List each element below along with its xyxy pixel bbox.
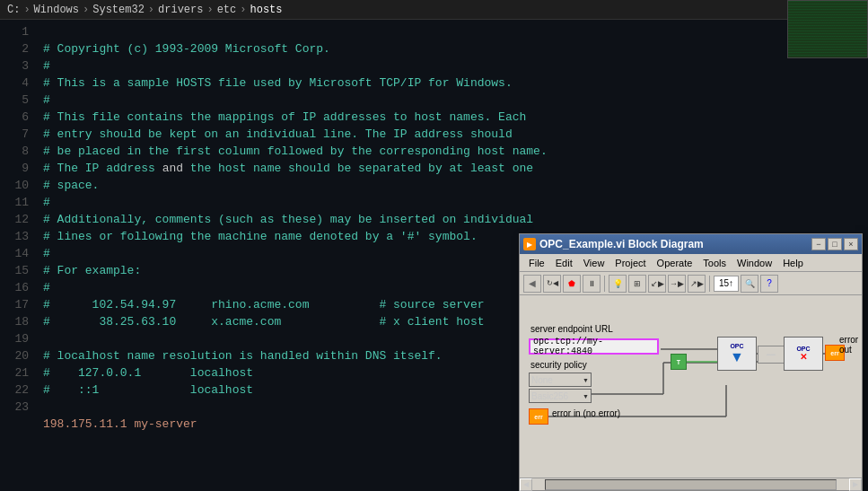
- step-out-button[interactable]: ↗▶: [688, 275, 706, 293]
- thumbnail: [787, 0, 868, 58]
- zoom-level: 15↑: [714, 276, 739, 292]
- opc-node-1: OPC ▼: [717, 337, 757, 371]
- green-constant: T: [671, 354, 687, 370]
- opc-node-2-icons: ✕: [800, 352, 807, 362]
- dropdown-basic256-value: Basic256: [531, 391, 568, 401]
- dropdown-none-value: None: [531, 375, 553, 385]
- highlight-button[interactable]: 💡: [609, 275, 627, 293]
- security-policy-dropdown-none[interactable]: None: [529, 373, 592, 387]
- run-button[interactable]: ◀: [523, 275, 541, 293]
- toolbar-sep2: [709, 276, 710, 292]
- scroll-track-h[interactable]: [545, 479, 837, 490]
- retain-wire-button[interactable]: ⊞: [628, 275, 646, 293]
- step-over-button[interactable]: →▶: [668, 275, 686, 293]
- lv-minimize-button[interactable]: −: [811, 238, 826, 250]
- menu-edit[interactable]: Edit: [550, 257, 578, 269]
- breadcrumb-current: hosts: [250, 4, 282, 16]
- step-into-button[interactable]: ↙▶: [648, 275, 666, 293]
- security-policy-label: security policy: [530, 360, 587, 370]
- lv-app-icon: [523, 238, 536, 250]
- opc-node-2: OPC ✕: [784, 337, 823, 371]
- scroll-right-button[interactable]: ▶: [849, 478, 862, 491]
- opc-node-2-top: OPC: [796, 346, 810, 352]
- lv-titlebar-left: OPC_Example.vi Block Diagram: [523, 238, 704, 250]
- menu-window[interactable]: Window: [732, 257, 777, 269]
- lv-scrollbar-h[interactable]: ◀ ▶: [520, 478, 862, 490]
- url-input[interactable]: opc.tcp://my-server:4840: [529, 338, 659, 355]
- search-button[interactable]: 🔍: [741, 275, 758, 293]
- lv-menubar: File Edit View Project Operate Tools Win…: [520, 254, 862, 272]
- menu-operate[interactable]: Operate: [652, 257, 698, 269]
- breadcrumb: C: › Windows › System32 › drivers › etc …: [0, 0, 868, 20]
- lv-block-diagram-window: OPC_Example.vi Block Diagram − □ × File …: [519, 233, 863, 491]
- menu-help[interactable]: Help: [777, 257, 809, 269]
- error-in-cluster: err: [529, 408, 548, 425]
- toolbar-sep1: [604, 276, 605, 292]
- breadcrumb-drivers: drivers: [158, 4, 203, 16]
- security-policy-dropdown-basic256[interactable]: Basic256: [529, 389, 592, 403]
- breadcrumb-system32: System32: [92, 4, 145, 16]
- scroll-left-button[interactable]: ◀: [520, 478, 532, 491]
- breadcrumb-windows: Windows: [34, 4, 79, 16]
- server-endpoint-label: server endpoint URL: [530, 324, 613, 334]
- pause-button[interactable]: ⏸: [583, 275, 601, 293]
- breadcrumb-c: C:: [7, 4, 20, 16]
- menu-view[interactable]: View: [578, 257, 610, 269]
- lv-window-title: OPC_Example.vi Block Diagram: [539, 238, 704, 250]
- lv-window-controls: − □ ×: [811, 238, 858, 250]
- help-button[interactable]: ?: [760, 275, 778, 293]
- lv-maximize-button[interactable]: □: [828, 238, 842, 250]
- run-continuously-button[interactable]: ↻◀: [543, 275, 561, 293]
- opc-node-1-top: OPC: [730, 343, 743, 349]
- menu-file[interactable]: File: [523, 257, 550, 269]
- lv-toolbar: ◀ ↻◀ ⬟ ⏸ 💡 ⊞ ↙▶ →▶ ↗▶ 15↑ 🔍 ?: [520, 272, 862, 295]
- abort-button[interactable]: ⬟: [563, 275, 581, 293]
- line-numbers: 12345 678910 1112131415 1617181920 21222…: [0, 20, 36, 491]
- error-out-label: error out: [839, 335, 862, 355]
- wire-connector: ━━: [758, 346, 785, 364]
- lv-diagram-area[interactable]: server endpoint URL opc.tcp://my-server:…: [520, 295, 862, 478]
- lv-titlebar: OPC_Example.vi Block Diagram − □ ×: [520, 234, 862, 254]
- lv-close-button[interactable]: ×: [844, 238, 858, 250]
- error-in-label: error in (no error): [552, 408, 620, 418]
- breadcrumb-etc: etc: [217, 4, 237, 16]
- menu-project[interactable]: Project: [609, 257, 651, 269]
- opc-node-1-icon: ▼: [730, 349, 744, 365]
- menu-tools[interactable]: Tools: [697, 257, 732, 269]
